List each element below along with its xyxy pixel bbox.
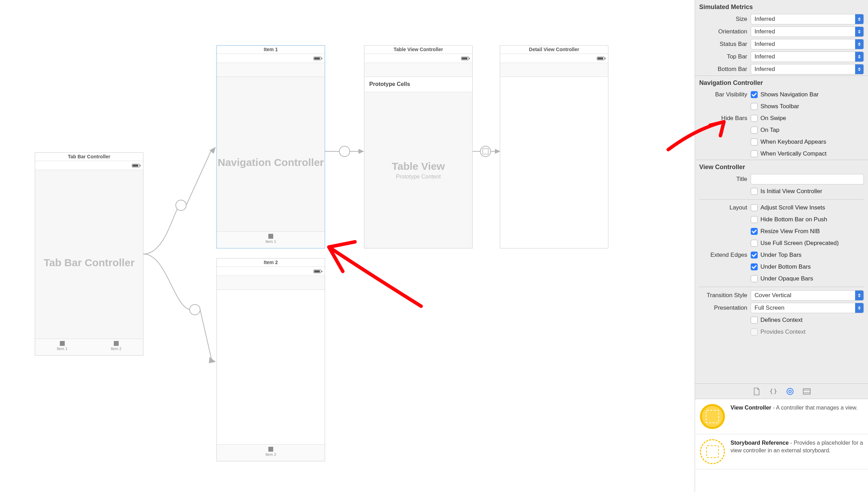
- label: Status Bar: [695, 41, 751, 48]
- tab-item[interactable]: Item 2: [253, 445, 288, 461]
- select-value: Inferred: [755, 66, 775, 73]
- scene-detail[interactable]: Detail View Controller: [500, 45, 608, 248]
- label: Bottom Bar: [695, 66, 751, 73]
- battery-icon: [597, 57, 605, 60]
- checkbox-label: When Keyboard Appears: [760, 138, 826, 145]
- battery-icon: [314, 57, 321, 60]
- scene-body: Table View Prototype Content: [364, 92, 472, 248]
- select-bottombar[interactable]: Inferred: [751, 64, 864, 74]
- tab-item-1[interactable]: Item 1: [35, 339, 89, 355]
- storyboard-reference-icon: [700, 439, 725, 464]
- row-vert-compact: When Vertically Compact: [695, 148, 868, 160]
- title-field[interactable]: [751, 174, 864, 184]
- checkbox-provides-context[interactable]: [751, 328, 758, 335]
- battery-icon: [132, 164, 140, 167]
- file-template-icon[interactable]: [752, 387, 761, 396]
- section-navigation-controller: Navigation Controller: [695, 76, 868, 89]
- scene-body: [217, 290, 325, 461]
- row-presentation: Presentation Full Screen: [695, 302, 868, 314]
- tab-bar: Item 1: [217, 231, 325, 248]
- checkbox-hide-bottom[interactable]: [751, 216, 758, 223]
- select-size[interactable]: Inferred: [751, 14, 864, 24]
- square-icon: [114, 341, 119, 346]
- checkbox-on-tap[interactable]: [751, 127, 758, 134]
- scene-title-nav1: Item 1: [217, 45, 325, 54]
- navigation-bar: [500, 63, 608, 77]
- checkbox-label: Is Initial View Controller: [760, 188, 822, 195]
- tab-label: Item 2: [266, 452, 276, 457]
- code-snippets-icon[interactable]: [769, 387, 778, 396]
- select-presentation[interactable]: Full Screen: [751, 303, 864, 313]
- library-item-text: View Controller - A controller that mana…: [731, 404, 863, 429]
- select-value: Inferred: [755, 41, 775, 48]
- checkbox-vert-compact[interactable]: [751, 150, 758, 157]
- checkbox-under-opaque[interactable]: [751, 275, 758, 282]
- scene-table[interactable]: Table View Controller Prototype Cells Ta…: [364, 45, 473, 248]
- scene-body: Tab Bar Controller: [35, 170, 143, 355]
- row-fullscreen-deprecated: Use Full Screen (Deprecated): [695, 237, 868, 249]
- label: Orientation: [695, 28, 751, 35]
- scene-nav2[interactable]: Item 2 Item 2: [216, 258, 325, 461]
- svg-point-10: [789, 390, 791, 392]
- checkbox-on-swipe[interactable]: [751, 115, 758, 122]
- divider: [699, 199, 864, 200]
- checkbox-fullscreen-deprecated[interactable]: [751, 240, 758, 247]
- checkbox-keyboard-appears[interactable]: [751, 138, 758, 145]
- scene-tabbar[interactable]: Tab Bar Controller Tab Bar Controller It…: [35, 152, 143, 356]
- svg-rect-11: [803, 389, 810, 394]
- select-value: Inferred: [755, 28, 775, 35]
- checkbox-under-top[interactable]: [751, 252, 758, 259]
- select-value: Full Screen: [755, 304, 784, 311]
- select-orientation[interactable]: Inferred: [751, 26, 864, 37]
- row-layout: Layout Adjust Scroll View Insets: [695, 202, 868, 214]
- tab-label: Item 2: [111, 347, 121, 351]
- scene-nav1[interactable]: Item 1 Navigation Controller Item 1: [216, 45, 325, 248]
- checkbox-shows-nav-bar[interactable]: [751, 91, 758, 98]
- svg-point-6: [480, 146, 491, 157]
- select-transition[interactable]: Cover Vertical: [751, 290, 864, 301]
- checkbox-shows-toolbar[interactable]: [751, 103, 758, 110]
- storyboard-canvas[interactable]: Tab Bar Controller Tab Bar Controller It…: [0, 0, 668, 492]
- scene-title-tabbar: Tab Bar Controller: [35, 152, 143, 161]
- checkbox-resize-nib[interactable]: [751, 228, 758, 235]
- checkbox-defines-context[interactable]: [751, 317, 758, 324]
- label: Layout: [695, 204, 751, 211]
- checkbox-label: Defines Context: [760, 317, 803, 324]
- row-vc-title: Title: [695, 173, 868, 185]
- tab-item-2[interactable]: Item 2: [89, 339, 143, 355]
- checkbox-adjust-insets[interactable]: [751, 204, 758, 211]
- square-icon: [60, 341, 65, 346]
- row-keyboard: When Keyboard Appears: [695, 136, 868, 148]
- checkbox-under-bottom[interactable]: [751, 263, 758, 270]
- svg-marker-3: [209, 357, 216, 363]
- tab-item[interactable]: Item 1: [253, 232, 288, 248]
- checkbox-label: Under Opaque Bars: [760, 275, 813, 282]
- library-item-view-controller[interactable]: View Controller - A controller that mana…: [695, 399, 868, 434]
- row-on-tap: On Tap: [695, 124, 868, 136]
- object-library-icon[interactable]: [786, 387, 795, 396]
- divider: [699, 287, 864, 287]
- label: Presentation: [695, 304, 751, 311]
- library-item-storyboard-reference[interactable]: Storyboard Reference - Provides a placeh…: [695, 434, 868, 469]
- row-provides-context: Provides Context: [695, 326, 868, 338]
- checkbox-label: Provides Context: [760, 328, 805, 335]
- select-value: Inferred: [755, 53, 775, 60]
- select-topbar[interactable]: Inferred: [751, 51, 864, 62]
- checkbox-label: Use Full Screen (Deprecated): [760, 240, 839, 247]
- status-bar: [217, 55, 325, 63]
- object-library[interactable]: View Controller - A controller that mana…: [695, 399, 868, 492]
- row-defines-context: Defines Context: [695, 314, 868, 326]
- inspector-scroll[interactable]: Simulated Metrics Size Inferred Orientat…: [695, 0, 868, 383]
- media-library-icon[interactable]: [802, 387, 811, 396]
- svg-marker-5: [358, 149, 364, 154]
- row-resize-nib: Resize View From NIB: [695, 225, 868, 237]
- row-size: Size Inferred: [695, 13, 868, 25]
- checkbox-label: On Tap: [760, 127, 780, 134]
- checkbox-label: When Vertically Compact: [760, 150, 827, 157]
- navigation-bar: [217, 276, 325, 290]
- svg-point-9: [787, 388, 793, 395]
- tab-bar: Item 2: [217, 444, 325, 461]
- checkbox-is-initial[interactable]: [751, 188, 758, 195]
- select-statusbar[interactable]: Inferred: [751, 39, 864, 49]
- row-transition: Transition Style Cover Vertical: [695, 289, 868, 302]
